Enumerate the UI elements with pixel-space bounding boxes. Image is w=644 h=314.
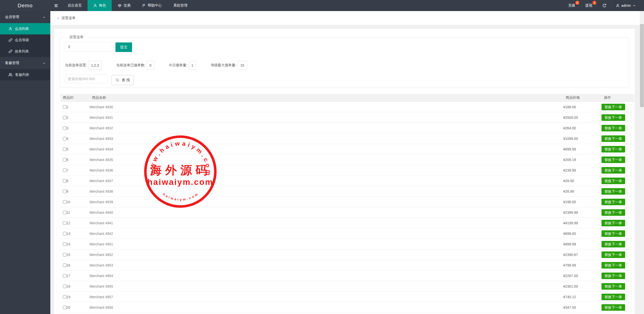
row-checkbox[interactable] bbox=[63, 200, 66, 204]
goods-id-cell: 13 bbox=[60, 232, 90, 236]
stat-value: 0 bbox=[147, 61, 154, 70]
row-checkbox[interactable] bbox=[63, 190, 66, 193]
replace-next-order-button[interactable]: 替换下一单 bbox=[601, 167, 625, 174]
nav-item-home[interactable]: 后台首页 bbox=[62, 0, 88, 11]
scales-icon bbox=[117, 4, 122, 8]
user-menu[interactable]: admin bbox=[611, 0, 637, 11]
stats-row: 当前连单设置:1,2,3当前连单已做单数:0今日接单量:1等级最大接单量:15 bbox=[65, 61, 262, 70]
action-cell: 替换下一单 bbox=[601, 199, 634, 205]
sidebar-section-service-management[interactable]: 客服管理 bbox=[0, 57, 50, 69]
refresh-button[interactable] bbox=[597, 0, 611, 11]
row-checkbox[interactable] bbox=[63, 221, 66, 225]
row-checkbox[interactable] bbox=[63, 169, 66, 172]
sidebar: 会员管理会员列表会员等级抢单列表客服管理客服列表 bbox=[0, 11, 50, 314]
table-row: 8Merchant 4937¥28.00替换下一单 bbox=[60, 176, 634, 186]
vertical-scrollbar[interactable] bbox=[640, 11, 644, 314]
replace-next-order-button[interactable]: 替换下一单 bbox=[601, 241, 625, 247]
table-row: 4Merchant 4933¥1099.00替换下一单 bbox=[60, 133, 634, 144]
action-cell: 替换下一单 bbox=[601, 262, 634, 269]
row-checkbox[interactable] bbox=[63, 211, 66, 214]
goods-id-cell: 6 bbox=[60, 158, 90, 162]
price-search-input[interactable] bbox=[65, 74, 107, 83]
nav-item-help[interactable]: 帮助中心 bbox=[136, 0, 168, 11]
replace-next-order-button[interactable]: 替换下一单 bbox=[601, 188, 625, 195]
goods-name: Merchant 4938 bbox=[90, 189, 563, 193]
row-checkbox[interactable] bbox=[63, 179, 66, 183]
sidebar-item-grab-order-list[interactable]: 抢单列表 bbox=[0, 46, 50, 57]
replace-next-order-button[interactable]: 替换下一单 bbox=[601, 156, 625, 163]
sidebar-item-service-list[interactable]: 客服列表 bbox=[0, 69, 50, 80]
action-cell: 替换下一单 bbox=[601, 241, 634, 247]
submit-button[interactable]: 提交 bbox=[115, 42, 132, 52]
replace-next-order-button[interactable]: 替换下一单 bbox=[601, 304, 625, 311]
replace-next-order-button[interactable]: 替换下一单 bbox=[601, 135, 625, 142]
replace-next-order-button[interactable]: 替换下一单 bbox=[601, 209, 625, 216]
replace-next-order-button[interactable]: 替换下一单 bbox=[601, 294, 625, 300]
sidebar-section-label: 会员管理 bbox=[5, 15, 19, 19]
row-checkbox[interactable] bbox=[63, 295, 66, 299]
row-checkbox[interactable] bbox=[63, 285, 66, 288]
sidebar-item-member-level[interactable]: 会员等级 bbox=[0, 34, 50, 46]
row-checkbox[interactable] bbox=[63, 242, 66, 246]
goods-price: ¥1099.00 bbox=[563, 137, 601, 141]
row-checkbox[interactable] bbox=[63, 232, 66, 235]
nav-item-label: 后台首页 bbox=[68, 3, 82, 8]
row-checkbox[interactable] bbox=[63, 253, 66, 256]
navbar-right-group: 充值 0 提现 1 admin bbox=[563, 0, 644, 11]
users-icon bbox=[9, 73, 13, 77]
search-button[interactable]: 查 找 bbox=[111, 75, 134, 85]
goods-name: Merchant 4936 bbox=[90, 168, 563, 172]
table-row: 18Merchant 4955¥2301.00替换下一单 bbox=[60, 281, 634, 292]
replace-next-order-button[interactable]: 替换下一单 bbox=[601, 114, 625, 121]
replace-next-order-button[interactable]: 替换下一单 bbox=[601, 199, 625, 205]
withdraw-button[interactable]: 提现 1 bbox=[580, 0, 597, 11]
recharge-button[interactable]: 充值 0 bbox=[563, 0, 580, 11]
row-checkbox[interactable] bbox=[63, 158, 66, 162]
goods-name: Merchant 4933 bbox=[90, 137, 563, 141]
replace-next-order-button[interactable]: 替换下一单 bbox=[601, 230, 625, 237]
goods-price: ¥899.99 bbox=[563, 147, 601, 151]
replace-next-order-button[interactable]: 替换下一单 bbox=[601, 125, 625, 131]
sidebar-section-member-management[interactable]: 会员管理 bbox=[0, 11, 50, 23]
nav-item-role[interactable]: 角色 bbox=[88, 0, 112, 11]
nav-item-system[interactable]: 系统管理 bbox=[168, 0, 193, 11]
row-checkbox[interactable] bbox=[63, 274, 66, 278]
goods-name: Merchant 4942 bbox=[90, 232, 563, 236]
row-checkbox[interactable] bbox=[63, 306, 66, 309]
replace-next-order-button[interactable]: 替换下一单 bbox=[601, 146, 625, 152]
scrollbar-thumb[interactable] bbox=[640, 24, 644, 107]
goods-name: Merchant 4958 bbox=[90, 305, 563, 309]
goods-id-cell: 19 bbox=[60, 295, 90, 299]
chevron-up-icon bbox=[633, 4, 636, 7]
hamburger-button[interactable] bbox=[50, 0, 62, 11]
action-cell: 替换下一单 bbox=[601, 273, 634, 279]
replace-next-order-button[interactable]: 替换下一单 bbox=[601, 178, 625, 184]
goods-name: Merchant 4940 bbox=[90, 211, 563, 215]
row-checkbox[interactable] bbox=[63, 264, 66, 267]
action-cell: 替换下一单 bbox=[601, 283, 634, 290]
row-checkbox[interactable] bbox=[63, 137, 66, 140]
sidebar-item-member-list[interactable]: 会员列表 bbox=[0, 23, 50, 34]
replace-next-order-button[interactable]: 替换下一单 bbox=[601, 251, 625, 258]
table-row: 20Merchant 4958¥347.00替换下一单 bbox=[60, 302, 634, 313]
replace-next-order-button[interactable]: 替换下一单 bbox=[601, 273, 625, 279]
row-checkbox[interactable] bbox=[63, 126, 66, 130]
row-checkbox[interactable] bbox=[63, 147, 66, 151]
row-checkbox[interactable] bbox=[63, 116, 66, 119]
replace-next-order-button[interactable]: 替换下一单 bbox=[601, 104, 625, 110]
goods-id-cell: 9 bbox=[60, 189, 90, 193]
chain-order-form-row: 提交 bbox=[65, 42, 132, 52]
replace-next-order-button[interactable]: 替换下一单 bbox=[601, 220, 625, 226]
column-header: 商品ID bbox=[60, 95, 90, 100]
goods-id-cell: 18 bbox=[60, 284, 90, 288]
goods-price: ¥2390.87 bbox=[563, 253, 601, 257]
chain-order-input[interactable] bbox=[65, 42, 112, 51]
table-row: 11Merchant 4940¥2399.99替换下一单 bbox=[60, 207, 634, 218]
row-checkbox[interactable] bbox=[63, 105, 66, 109]
nav-item-trade[interactable]: 交易 bbox=[112, 0, 136, 11]
replace-next-order-button[interactable]: 替换下一单 bbox=[601, 283, 625, 290]
table-row: 3Merchant 4932¥264.00替换下一单 bbox=[60, 123, 634, 133]
action-cell: 替换下一单 bbox=[601, 178, 634, 184]
replace-next-order-button[interactable]: 替换下一单 bbox=[601, 262, 625, 269]
goods-id: 7 bbox=[66, 168, 68, 172]
